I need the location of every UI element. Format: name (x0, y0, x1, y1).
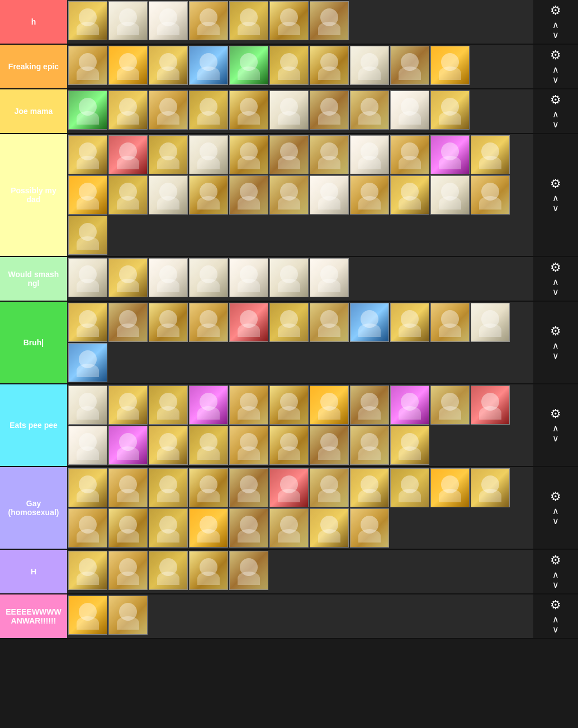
list-item[interactable] (350, 303, 389, 342)
gear-icon[interactable]: ⚙ (550, 553, 561, 568)
list-item[interactable] (108, 1, 148, 40)
list-item[interactable] (68, 596, 107, 635)
gear-icon[interactable]: ⚙ (550, 93, 561, 107)
list-item[interactable] (189, 175, 228, 215)
list-item[interactable] (149, 135, 188, 174)
move-down-button[interactable]: ∨ (552, 120, 559, 130)
tier-content-eeee[interactable] (67, 594, 533, 638)
list-item[interactable] (108, 258, 148, 297)
list-item[interactable] (108, 91, 148, 130)
move-down-button[interactable]: ∨ (552, 516, 559, 526)
list-item[interactable] (108, 468, 148, 507)
list-item[interactable] (68, 258, 107, 297)
move-down-button[interactable]: ∨ (552, 30, 559, 40)
list-item[interactable] (310, 91, 349, 130)
list-item[interactable] (189, 386, 228, 425)
list-item[interactable] (149, 551, 188, 590)
list-item[interactable] (149, 1, 188, 40)
list-item[interactable] (229, 175, 268, 215)
list-item[interactable] (68, 426, 107, 465)
gear-icon[interactable]: ⚙ (550, 177, 561, 191)
move-up-button[interactable]: ∧ (552, 193, 559, 203)
list-item[interactable] (229, 303, 268, 342)
list-item[interactable] (189, 468, 228, 507)
list-item[interactable] (310, 468, 349, 507)
list-item[interactable] (149, 175, 188, 215)
list-item[interactable] (189, 551, 228, 590)
list-item[interactable] (189, 508, 228, 548)
list-item[interactable] (471, 175, 510, 215)
list-item[interactable] (269, 468, 309, 507)
list-item[interactable] (390, 91, 429, 130)
list-item[interactable] (229, 1, 268, 40)
list-item[interactable] (108, 135, 148, 174)
list-item[interactable] (310, 175, 349, 215)
list-item[interactable] (149, 91, 188, 130)
list-item[interactable] (229, 508, 268, 548)
list-item[interactable] (68, 216, 107, 255)
list-item[interactable] (229, 91, 268, 130)
list-item[interactable] (68, 303, 107, 342)
list-item[interactable] (269, 426, 309, 465)
list-item[interactable] (68, 91, 107, 130)
gear-icon[interactable]: ⚙ (550, 598, 561, 612)
list-item[interactable] (430, 386, 470, 425)
list-item[interactable] (229, 46, 268, 85)
gear-icon[interactable]: ⚙ (550, 489, 561, 504)
list-item[interactable] (390, 135, 429, 174)
list-item[interactable] (149, 386, 188, 425)
list-item[interactable] (68, 468, 107, 507)
list-item[interactable] (390, 386, 429, 425)
gear-icon[interactable]: ⚙ (550, 48, 561, 63)
tier-content-h-top[interactable] (67, 0, 533, 44)
list-item[interactable] (350, 468, 389, 507)
list-item[interactable] (269, 303, 309, 342)
gear-icon[interactable]: ⚙ (550, 260, 561, 275)
move-up-button[interactable]: ∧ (552, 110, 559, 120)
tier-content-possibly-my-dad[interactable] (67, 134, 533, 256)
list-item[interactable] (430, 135, 470, 174)
list-item[interactable] (108, 596, 148, 635)
list-item[interactable] (390, 46, 429, 85)
tier-content-would-smash[interactable] (67, 257, 533, 301)
list-item[interactable] (189, 1, 228, 40)
move-down-button[interactable]: ∨ (552, 287, 559, 297)
list-item[interactable] (68, 551, 107, 590)
list-item[interactable] (269, 508, 309, 548)
list-item[interactable] (269, 135, 309, 174)
list-item[interactable] (350, 46, 389, 85)
tier-content-freaking-epic[interactable] (67, 45, 533, 88)
list-item[interactable] (390, 468, 429, 507)
list-item[interactable] (390, 175, 429, 215)
list-item[interactable] (149, 258, 188, 297)
move-up-button[interactable]: ∧ (552, 570, 559, 580)
list-item[interactable] (310, 135, 349, 174)
list-item[interactable] (189, 135, 228, 174)
move-up-button[interactable]: ∧ (552, 424, 559, 434)
move-up-button[interactable]: ∧ (552, 506, 559, 516)
list-item[interactable] (269, 258, 309, 297)
list-item[interactable] (149, 303, 188, 342)
list-item[interactable] (310, 303, 349, 342)
tier-content-h-bottom[interactable] (67, 550, 533, 593)
list-item[interactable] (430, 175, 470, 215)
list-item[interactable] (229, 135, 268, 174)
list-item[interactable] (269, 46, 309, 85)
list-item[interactable] (269, 175, 309, 215)
move-up-button[interactable]: ∧ (552, 341, 559, 351)
list-item[interactable] (68, 343, 107, 382)
tier-content-gay[interactable] (67, 467, 533, 549)
list-item[interactable] (350, 175, 389, 215)
list-item[interactable] (350, 135, 389, 174)
list-item[interactable] (229, 386, 268, 425)
list-item[interactable] (68, 508, 107, 548)
list-item[interactable] (108, 551, 148, 590)
list-item[interactable] (189, 91, 228, 130)
list-item[interactable] (390, 303, 429, 342)
move-up-button[interactable]: ∧ (552, 277, 559, 287)
list-item[interactable] (269, 1, 309, 40)
list-item[interactable] (149, 426, 188, 465)
list-item[interactable] (350, 386, 389, 425)
list-item[interactable] (471, 468, 510, 507)
tier-content-joe-mama[interactable] (67, 89, 533, 133)
